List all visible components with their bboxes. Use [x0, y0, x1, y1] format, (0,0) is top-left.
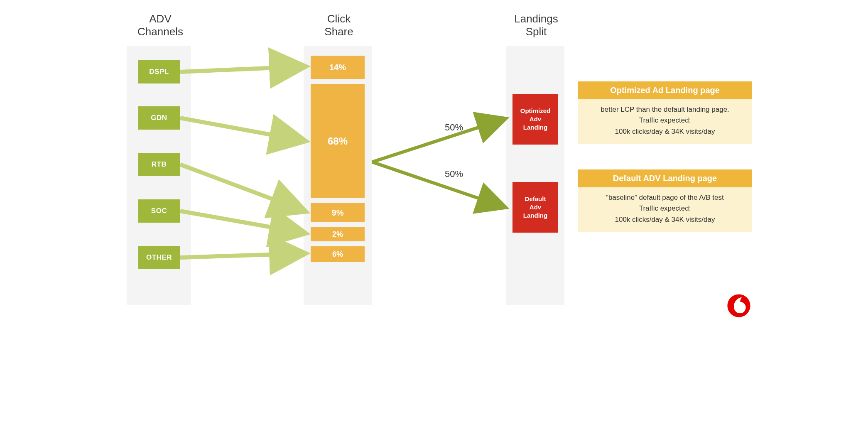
title-channels: ADVChannels	[133, 12, 187, 38]
channel-label: SOC	[151, 207, 167, 215]
arrows-layer	[108, 0, 760, 324]
split-top-label: 50%	[445, 122, 463, 133]
share-value: 9%	[332, 208, 344, 218]
diagram-stage: ADVChannels ClickShare LandingsSplit DSP…	[108, 0, 760, 324]
arrow-split-bottom	[372, 162, 506, 208]
channel-gdn: GDN	[138, 106, 180, 130]
card-line: “baseline” default page of the A/B test	[584, 192, 746, 203]
channel-label: GDN	[151, 114, 167, 122]
arrow-other	[180, 253, 306, 258]
channel-rtb: RTB	[138, 153, 180, 176]
card-line: better LCP than the default landing page…	[584, 104, 746, 115]
vodafone-logo-icon	[726, 293, 751, 320]
landing-default: DefaultAdvLanding	[512, 182, 558, 233]
arrow-soc	[180, 211, 306, 233]
share-soc: 2%	[311, 227, 365, 241]
landing-optimized: OptimizedAdvLanding	[512, 94, 558, 145]
share-other: 6%	[311, 246, 365, 262]
card-line: 100k clicks/day & 34K visits/day	[584, 126, 746, 137]
arrow-split-top	[372, 118, 506, 162]
share-rtb: 9%	[311, 203, 365, 222]
arrow-dspl	[180, 66, 306, 72]
share-value: 2%	[332, 230, 343, 239]
channel-label: RTB	[152, 160, 167, 169]
channel-dspl: DSPL	[138, 60, 180, 83]
split-bottom-label: 50%	[445, 169, 463, 179]
channel-label: OTHER	[146, 253, 172, 262]
share-value: 6%	[332, 250, 343, 259]
arrow-rtb	[180, 164, 306, 212]
card-line: Traffic expected:	[584, 115, 746, 126]
card-line: 100k clicks/day & 34K visits/day	[584, 214, 746, 225]
share-dspl: 14%	[311, 56, 365, 79]
share-gdn: 68%	[311, 84, 365, 198]
card-optimized: Optimized Ad Landing page better LCP tha…	[578, 81, 752, 144]
landing-label: OptimizedAdvLanding	[520, 107, 551, 132]
card-default: Default ADV Landing page “baseline” defa…	[578, 169, 752, 232]
channel-label: DSPL	[149, 68, 169, 76]
channel-soc: SOC	[138, 199, 180, 223]
title-landings: LandingsSplit	[513, 12, 559, 38]
arrow-gdn	[180, 118, 306, 141]
card-optimized-body: better LCP than the default landing page…	[578, 99, 752, 144]
title-clickshare: ClickShare	[320, 12, 358, 38]
share-value: 68%	[328, 135, 348, 147]
card-default-body: “baseline” default page of the A/B test …	[578, 187, 752, 232]
panel-landings	[506, 46, 564, 305]
landing-label: DefaultAdvLanding	[523, 195, 547, 220]
card-line: Traffic expected:	[584, 203, 746, 214]
card-default-title: Default ADV Landing page	[578, 169, 752, 187]
share-value: 14%	[329, 63, 346, 72]
channel-other: OTHER	[138, 246, 180, 269]
card-optimized-title: Optimized Ad Landing page	[578, 81, 752, 99]
